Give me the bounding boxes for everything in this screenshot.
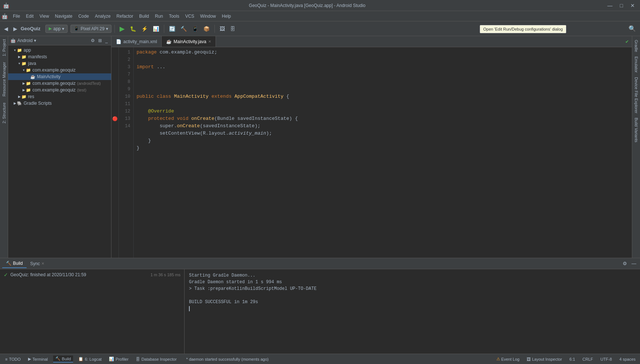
tree-item-res[interactable]: ▶ 📁 res	[8, 93, 111, 100]
profiler-label: Profiler	[116, 357, 128, 361]
terminal-label: Terminal	[32, 357, 48, 361]
tab-activity-main-xml[interactable]: 📄 activity_main.xml	[111, 36, 162, 47]
forward-button[interactable]: ▶	[11, 25, 19, 33]
project-panel: 🤖 Android ▾ ⚙ ⊞ _ ▾ 📁 app ▶ 📁	[8, 36, 111, 258]
panel-settings-button[interactable]: ⚙	[90, 38, 96, 44]
status-message: * daemon started successfully (moments a…	[186, 357, 269, 361]
close-tab-button[interactable]: ✕	[208, 39, 211, 44]
menu-refactor[interactable]: Refactor	[114, 13, 136, 20]
tree-arrow-package-main: ▾	[21, 68, 26, 72]
bottom-tab-build[interactable]: 🔨 Build	[2, 259, 27, 268]
bottom-minimize-button[interactable]: —	[630, 260, 638, 267]
device-selector[interactable]: 📱 Pixel API 29 ▾	[70, 25, 111, 33]
title-bar: 🤖 GeoQuiz - MainActivity.java [GeoQuiz.a…	[0, 0, 640, 11]
method-super-oncreate: onCreate	[177, 123, 200, 129]
code-editor[interactable]: 🔴 1 2 3 7 8 9 10 11 12 13 14	[111, 47, 632, 258]
build-button[interactable]: 🔨	[179, 25, 189, 33]
tree-label-package-main: com.example.geoquiz	[32, 67, 76, 73]
panel-minimize-button[interactable]: _	[104, 38, 109, 44]
panel-dropdown-icon[interactable]: ▾	[34, 38, 36, 43]
line-numbers: 1 2 3 7 8 9 10 11 12 13 14	[119, 47, 134, 258]
bottom-settings-button[interactable]: ⚙	[621, 260, 629, 267]
status-tab-profiler[interactable]: 📊 Profiler	[107, 356, 131, 362]
gradle-sidebar-button[interactable]: Gradle	[633, 38, 639, 54]
line-num-8: 8	[122, 78, 130, 86]
maximize-button[interactable]: □	[618, 2, 625, 9]
indent-indicator[interactable]: 4 spaces	[618, 356, 637, 362]
tree-label-java: java	[28, 61, 36, 66]
event-log-button[interactable]: ⚠ Event Log	[495, 356, 521, 362]
status-bar-left: ≡ TODO ▶ Terminal 🔨 Build 📋 6: Logcat 📊 …	[3, 356, 492, 363]
tree-arrow-gradle-scripts: ▶	[13, 101, 17, 105]
menu-vcs[interactable]: VCS	[182, 13, 197, 20]
tree-item-app[interactable]: ▾ 📁 app	[8, 47, 111, 53]
build-variants-sidebar-button[interactable]: Build Variants	[633, 115, 639, 145]
structure-tab[interactable]: 2: Structure	[1, 100, 7, 126]
sync-button[interactable]: 🔄	[167, 25, 177, 33]
run-button[interactable]: ▶	[118, 24, 127, 34]
tree-label-manifests: manifests	[28, 54, 47, 59]
method-oncreate: onCreate	[191, 116, 214, 121]
minimize-button[interactable]: —	[605, 2, 615, 9]
emulator-sidebar-button[interactable]: Emulator	[633, 54, 639, 75]
build-output-line-2: Gradle Daemon started in 1 s 994 ms	[189, 279, 636, 285]
line-ending-indicator[interactable]: CRLF	[581, 356, 595, 362]
layout-inspector-button[interactable]: 🖼 Layout Inspector	[525, 356, 563, 362]
status-tab-terminal[interactable]: ▶ Terminal	[26, 356, 50, 362]
menu-navigate[interactable]: Navigate	[52, 13, 75, 20]
back-button[interactable]: ◀	[2, 25, 10, 33]
menu-analyze[interactable]: Analyze	[92, 13, 114, 20]
layout-inspector-button[interactable]: 🖼	[218, 25, 227, 33]
sync-tab-close[interactable]: ✕	[41, 261, 44, 266]
panel-layout-button[interactable]: ⊞	[97, 38, 103, 44]
folder-icon-java: 📁	[21, 61, 27, 66]
run-configuration-selector[interactable]: ▶ app ▾	[45, 25, 68, 33]
setcontentview-call: setContentView(R.layout.	[159, 131, 228, 136]
tree-item-mainactivity[interactable]: ☕ MainActivity	[8, 73, 111, 80]
tab-mainactivity-java[interactable]: ☕ MainActivity.java ✕	[162, 36, 216, 47]
avd-button[interactable]: 📱	[190, 25, 200, 33]
status-tab-build[interactable]: 🔨 Build	[53, 356, 73, 363]
java-file-icon-mainactivity: ☕	[30, 74, 35, 79]
debug-button[interactable]: 🐛	[128, 25, 138, 33]
build-output-line-1: Starting Gradle Daemon...	[189, 272, 636, 279]
menu-run[interactable]: Run	[152, 13, 166, 20]
menu-window[interactable]: Window	[197, 13, 219, 20]
status-bar-right: ⚠ Event Log 🖼 Layout Inspector 6:1 CRLF …	[495, 356, 637, 362]
tree-item-package-androidtest[interactable]: ▶ 📁 com.example.geoquiz (androidTest)	[8, 80, 111, 87]
resource-manager-tab[interactable]: Resource Manager	[1, 59, 7, 100]
tree-label-app: app	[24, 48, 31, 53]
tooltip-popup: Open 'Edit Run/Debug configurations' dia…	[480, 25, 566, 33]
menu-view[interactable]: View	[37, 13, 52, 20]
encoding-indicator[interactable]: UTF-8	[599, 356, 613, 362]
code-content[interactable]: package com.example.geoquiz; import ... …	[134, 47, 632, 258]
status-tab-logcat[interactable]: 📋 6: Logcat	[76, 356, 104, 362]
layout-name: activity_main	[229, 131, 266, 136]
menu-help[interactable]: Help	[219, 13, 234, 20]
close-button[interactable]: ✕	[628, 2, 637, 9]
tree-item-package-test[interactable]: ▶ 📁 com.example.geoquiz (test)	[8, 87, 111, 93]
menu-code[interactable]: Code	[75, 13, 92, 20]
database-button[interactable]: 🗄	[228, 25, 237, 33]
menu-file[interactable]: File	[10, 13, 23, 20]
tree-item-java[interactable]: ▾ 📁 java	[8, 60, 111, 67]
logcat-icon: 📋	[78, 357, 83, 361]
build-status-icon: 🔨	[55, 356, 61, 361]
device-file-explorer-button[interactable]: Device File Explorer	[633, 75, 639, 115]
position-indicator[interactable]: 6:1	[568, 356, 577, 362]
menu-edit[interactable]: Edit	[23, 13, 37, 20]
menu-build[interactable]: Build	[136, 13, 152, 20]
coverage-button[interactable]: ⚡	[140, 25, 149, 33]
status-tab-database-inspector[interactable]: 🗄 Database Inspector	[134, 356, 179, 362]
build-list-item-geoquiz[interactable]: ✓ GeoQuiz: finished at 2020/11/30 21:59 …	[1, 271, 183, 279]
bottom-tab-sync[interactable]: Sync ✕	[27, 260, 48, 268]
sdk-button[interactable]: 📦	[202, 25, 211, 33]
tree-item-package-main[interactable]: ▾ 📁 com.example.geoquiz	[8, 67, 111, 73]
menu-tools[interactable]: Tools	[166, 13, 182, 20]
project-tab[interactable]: 1: Project	[1, 36, 7, 59]
tree-item-gradle-scripts[interactable]: ▶ 🐘 Gradle Scripts	[8, 100, 111, 107]
tree-item-manifests[interactable]: ▶ 📁 manifests	[8, 53, 111, 60]
profile-button[interactable]: 📊	[151, 25, 161, 33]
search-everywhere-button[interactable]: 🔍	[627, 24, 638, 33]
status-tab-todo[interactable]: ≡ TODO	[3, 356, 23, 362]
